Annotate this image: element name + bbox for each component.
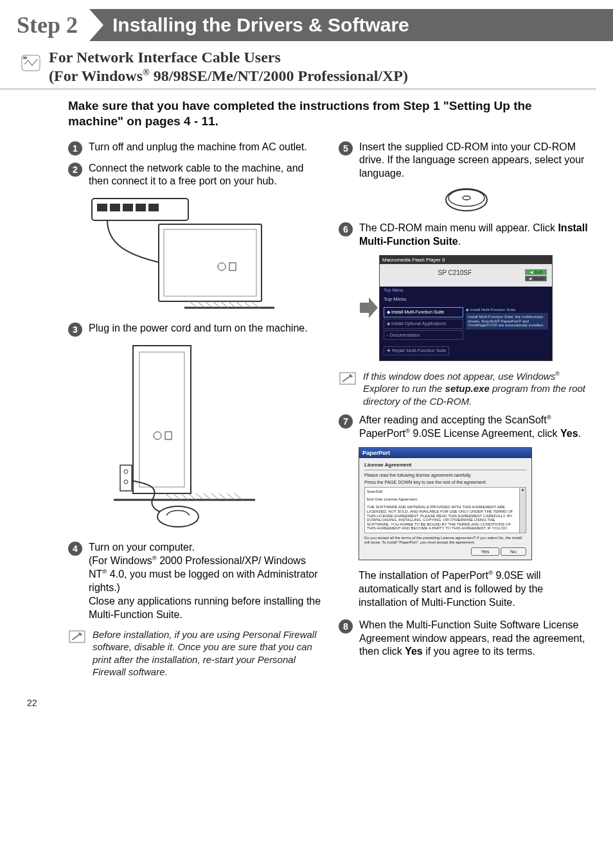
- paperport-install-text: The installation of PaperPort® 9.0SE wil…: [359, 569, 594, 610]
- subhead-line2-post: 98/98SE/Me/NT/2000 Professional/XP): [150, 67, 408, 84]
- svg-rect-4: [110, 204, 120, 211]
- setup-note: If this window does not appear, use Wind…: [363, 370, 594, 408]
- step-7-badge: 7: [339, 414, 353, 429]
- page-number: 22: [27, 698, 37, 708]
- subhead-line2-pre: (For Windows: [49, 67, 143, 84]
- step-6-badge: 6: [339, 222, 353, 236]
- svg-rect-1: [23, 57, 27, 59]
- step-8-badge: 8: [339, 619, 353, 633]
- svg-rect-35: [120, 465, 132, 491]
- step-6-text: The CD-ROM main menu will appear. Click …: [359, 222, 594, 249]
- svg-rect-5: [123, 204, 133, 211]
- chevron-icon: [89, 9, 103, 41]
- svg-rect-8: [159, 224, 262, 301]
- step-1-badge: 1: [68, 141, 82, 155]
- step-2-text: Connect the network cable to the machine…: [89, 162, 323, 189]
- note-icon: [68, 630, 86, 644]
- step-2-badge: 2: [68, 163, 82, 177]
- svg-rect-3: [97, 204, 107, 211]
- step-5-text: Insert the supplied CD-ROM into your CD-…: [359, 141, 594, 181]
- svg-rect-7: [148, 204, 159, 211]
- cd-icon: [444, 187, 489, 213]
- svg-point-44: [463, 196, 470, 200]
- step-8-text: When the Multi-Function Suite Software L…: [359, 619, 594, 659]
- section-subhead: For Network Interface Cable Users (For W…: [0, 41, 596, 89]
- page-header: Step 2 Installing the Drivers & Software: [0, 9, 613, 41]
- hub-illustration: [88, 195, 323, 310]
- step-4-text: Turn on your computer. (For Windows® 200…: [89, 541, 323, 621]
- step-1-text: Turn off and unplug the machine from AC …: [89, 141, 307, 155]
- subhead-line1: For Network Interface Cable Users: [49, 49, 281, 66]
- network-icon: [19, 51, 42, 75]
- svg-rect-22: [133, 346, 191, 493]
- firewall-note: Before installation, if you are using Pe…: [93, 628, 323, 678]
- page-title: Installing the Drivers & Software: [107, 14, 409, 36]
- step-4-badge: 4: [68, 542, 82, 556]
- intro-text: Make sure that you have completed the in…: [68, 98, 587, 129]
- installer-screenshot: Macromedia Flash Player 8 SP C210SF ◄ Ex…: [359, 255, 594, 361]
- step-3-badge: 3: [68, 323, 82, 337]
- step-label: Step 2: [0, 9, 89, 41]
- license-screenshot: PaperPort License Agreement Please read …: [359, 447, 594, 560]
- right-column: 5 Insert the supplied CD-ROM into your C…: [339, 141, 594, 685]
- step-3-text: Plug in the power cord and turn on the m…: [89, 322, 308, 337]
- svg-rect-6: [136, 204, 146, 211]
- left-column: 1 Turn off and unplug the machine from A…: [68, 141, 323, 685]
- arrow-icon: [359, 295, 378, 321]
- note-icon: [339, 371, 357, 385]
- svg-point-38: [157, 506, 199, 527]
- registered-icon: ®: [143, 67, 150, 77]
- power-illustration: [88, 343, 323, 529]
- step-5-badge: 5: [339, 141, 353, 155]
- step-7-text: After reading and accepting the ScanSoft…: [359, 414, 594, 441]
